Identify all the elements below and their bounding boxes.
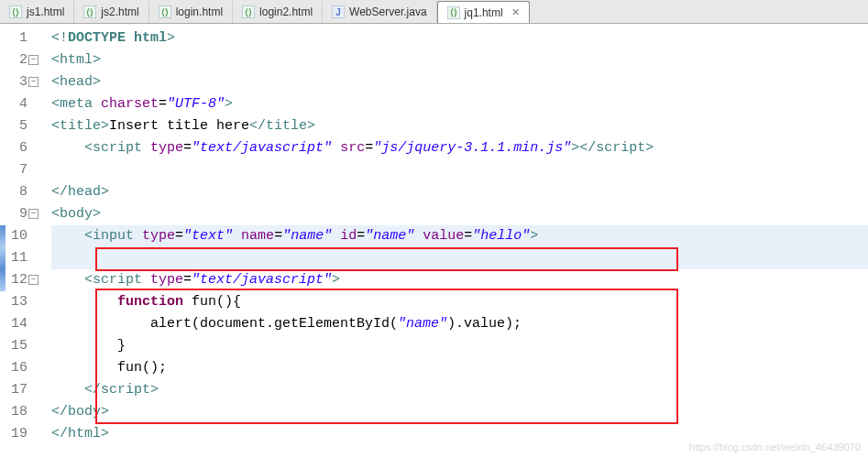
html-file-icon: ⟨⟩	[83, 5, 96, 18]
code-line: <meta charset="UTF-8">	[51, 93, 868, 115]
code-line: <title>Insert title here</title>	[51, 115, 868, 137]
code-line: </body>	[51, 401, 868, 423]
code-line	[51, 247, 868, 269]
code-editor[interactable]: 1 2− 3− 4 5 6 7 8 9− 10 11 12− 13 14 15 …	[0, 24, 868, 445]
code-line: }	[51, 335, 868, 357]
code-line: <html>	[51, 49, 868, 71]
code-line	[51, 159, 868, 181]
code-line: </head>	[51, 181, 868, 203]
code-line: <body>	[51, 203, 868, 225]
tab-login[interactable]: ⟨⟩login.html	[149, 1, 233, 23]
tab-webserver[interactable]: JWebServer.java	[323, 1, 437, 23]
html-file-icon: ⟨⟩	[242, 5, 255, 18]
editor-tabs: ⟨⟩js1.html ⟨⟩js2.html ⟨⟩login.html ⟨⟩log…	[0, 0, 868, 24]
code-line: alert(document.getElementById("name").va…	[51, 313, 868, 335]
code-line: <input type="text" name="name" id="name"…	[51, 225, 868, 247]
watermark: https://blog.csdn.net/weixin_46439070	[689, 442, 861, 445]
code-line: <script type="text/javascript">	[51, 269, 868, 291]
html-file-icon: ⟨⟩	[447, 6, 460, 19]
code-line: <script type="text/javascript" src="js/j…	[51, 137, 868, 159]
tab-login2[interactable]: ⟨⟩login2.html	[233, 1, 323, 23]
html-file-icon: ⟨⟩	[159, 5, 171, 18]
code-line: <!DOCTYPE html>	[51, 27, 868, 49]
tab-jq1[interactable]: ⟨⟩jq1.html✕	[437, 1, 530, 23]
fold-icon[interactable]: −	[28, 209, 38, 219]
code-line: </script>	[51, 379, 868, 401]
code-line: <head>	[51, 71, 868, 93]
fold-icon[interactable]: −	[28, 275, 38, 285]
code-line: fun();	[51, 357, 868, 379]
tab-js1[interactable]: ⟨⟩js1.html	[0, 1, 74, 23]
close-icon[interactable]: ✕	[511, 6, 520, 18]
line-gutter: 1 2− 3− 4 5 6 7 8 9− 10 11 12− 13 14 15 …	[0, 27, 37, 445]
code-line: function fun(){	[51, 291, 868, 313]
tab-js2[interactable]: ⟨⟩js2.html	[74, 1, 148, 23]
fold-icon[interactable]: −	[28, 55, 38, 65]
java-file-icon: J	[332, 5, 345, 18]
html-file-icon: ⟨⟩	[9, 5, 22, 18]
code-area[interactable]: <!DOCTYPE html> <html> <head> <meta char…	[37, 27, 868, 445]
fold-icon[interactable]: −	[28, 77, 38, 87]
